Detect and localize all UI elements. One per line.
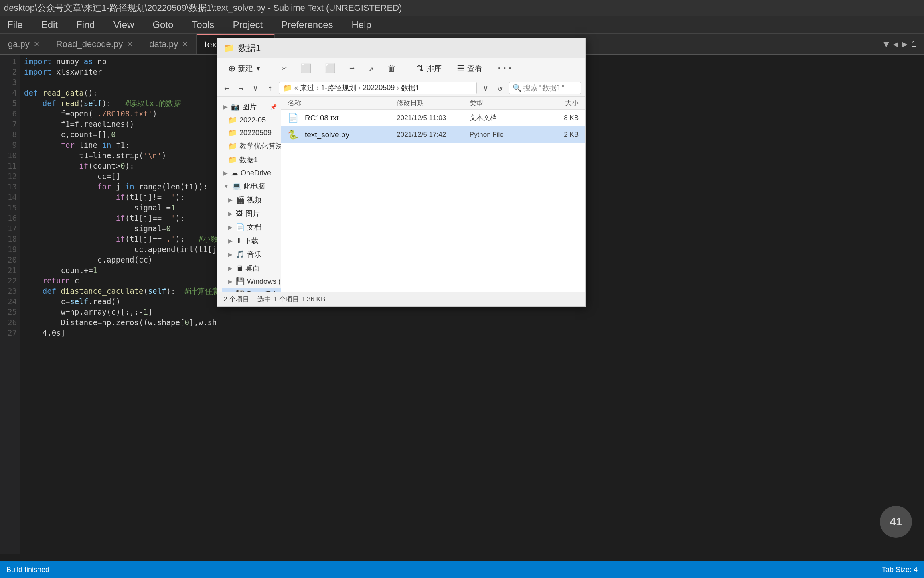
folder-icon: 📁	[228, 142, 237, 151]
nav-photos[interactable]: ▶ 📷 图片 📌	[217, 100, 281, 114]
explorer-status-bar: 2 个项目 选中 1 个项目 1.36 KB	[217, 292, 585, 306]
folder-icon: 📁	[283, 83, 292, 92]
refresh-button[interactable]: ↺	[494, 82, 506, 94]
nav-20220509-label: 20220509	[239, 129, 272, 137]
forward-button[interactable]: →	[235, 82, 247, 94]
path-dropdown-button[interactable]: ∨	[480, 82, 491, 94]
tab-data-py[interactable]: data.py ✕	[141, 34, 197, 54]
nav-pictures[interactable]: ▶ 🖼 图片	[222, 207, 281, 220]
tab-close-road[interactable]: ✕	[127, 40, 133, 49]
col-date-header[interactable]: 修改日期	[397, 98, 470, 108]
title-text: desktop\公众号文章\来过1-路径规划\20220509\数据1\text…	[4, 2, 402, 14]
move-button[interactable]: ➡	[345, 61, 359, 75]
dropdown-nav-button[interactable]: ∨	[250, 82, 261, 94]
address-path[interactable]: 📁 « 来过 › 1-路径规划 › 20220509 › 数据1	[279, 82, 477, 94]
tab-close-ga[interactable]: ✕	[34, 40, 40, 49]
video-icon: 🎬	[236, 195, 245, 204]
code-line: c.append(cc)	[24, 254, 213, 265]
nav-shuju1[interactable]: 📁 数据1	[222, 153, 281, 167]
new-button[interactable]: ⊕ 新建 ▼	[223, 61, 266, 76]
code-area[interactable]: import numpy as np import xlsxwriter def…	[20, 55, 217, 340]
tab-size: Tab Size: 4	[882, 566, 918, 574]
tab-prev-icon[interactable]: ◀	[893, 39, 898, 49]
toolbar-separator-2	[406, 63, 406, 74]
nav-thispc[interactable]: ▼ 💻 此电脑	[217, 179, 281, 193]
menu-view[interactable]: View	[110, 18, 138, 32]
path-1jingguihua: 1-路径规划	[321, 83, 356, 93]
explorer-toolbar: ⊕ 新建 ▼ ✂ ⬜ ⬜ ➡ ↗ 🗑 ⇅ 排序 ☰ 查看 ···	[217, 58, 585, 79]
file-size-rc108: 8 KB	[564, 114, 579, 122]
menu-project[interactable]: Project	[229, 18, 266, 32]
nav-data-d[interactable]: ▶ 💾 Data (D:)	[222, 288, 281, 292]
nav-desktop[interactable]: ▶ 🖥 桌面	[222, 261, 281, 275]
col-name-header[interactable]: 名称	[288, 98, 397, 108]
paste-button[interactable]: ⬜	[321, 61, 340, 75]
code-line: if(t1[j]==' '):	[24, 213, 213, 223]
new-dropdown-icon: ▼	[255, 65, 261, 72]
menu-goto[interactable]: Goto	[149, 18, 176, 32]
nav-downloads-label: 下载	[244, 236, 259, 246]
nav-arrow-icon: ▶	[228, 278, 233, 285]
copy-button[interactable]: ⬜	[296, 61, 315, 75]
search-box[interactable]: 🔍 搜索"数据1"	[509, 82, 581, 94]
cut-button[interactable]: ✂	[278, 61, 291, 75]
search-placeholder: 搜索"数据1"	[523, 83, 565, 93]
file-row-rc108[interactable]: 📄 RC108.txt 2021/12/5 11:03 文本文档 8 KB	[281, 110, 585, 126]
nav-jiaoxue[interactable]: 📁 教学优化算法	[222, 139, 281, 153]
nav-20220509[interactable]: 📁 20220509	[222, 126, 281, 139]
share-button[interactable]: ↗	[364, 61, 377, 75]
nav-videos[interactable]: ▶ 🎬 视频	[222, 193, 281, 207]
col-type-header[interactable]: 类型	[470, 98, 543, 108]
path-shuju1: 数据1	[401, 83, 419, 93]
up-button[interactable]: ↑	[264, 82, 276, 94]
menu-find[interactable]: Find	[73, 18, 98, 32]
file-type-rc108: 文本文档	[470, 114, 497, 122]
code-line: def read_data():	[24, 88, 213, 98]
code-line: c=self.read()	[24, 296, 213, 307]
tab-close-data[interactable]: ✕	[182, 40, 188, 49]
nav-shuju1-label: 数据1	[239, 155, 258, 165]
nav-onedrive[interactable]: ▶ ☁ OneDrive	[217, 167, 281, 179]
view-button[interactable]: ☰ 查看	[452, 61, 487, 76]
nav-music-label: 音乐	[247, 250, 261, 259]
title-bar: desktop\公众号文章\来过1-路径规划\20220509\数据1\text…	[0, 0, 924, 16]
menu-help[interactable]: Help	[348, 18, 374, 32]
nav-docs-label: 文档	[247, 222, 261, 232]
editor-area: 1 2 3 4 5 6 7 8 9 10 11 12 13 14 15 16 1…	[0, 55, 217, 554]
tab-label: Road_decode.py	[56, 39, 123, 49]
more-button[interactable]: ···	[493, 61, 517, 75]
pin-icon: 📌	[270, 104, 277, 110]
delete-button[interactable]: 🗑	[383, 61, 400, 75]
menu-preferences[interactable]: Preferences	[278, 18, 336, 32]
sort-button[interactable]: ⇅ 排序	[412, 61, 446, 76]
nav-downloads[interactable]: ▶ ⬇ 下载	[222, 234, 281, 248]
tab-ga-py[interactable]: ga.py ✕	[0, 34, 48, 54]
tab-road-decode[interactable]: Road_decode.py ✕	[48, 34, 141, 54]
nav-windows-c[interactable]: ▶ 💾 Windows (C:)	[222, 275, 281, 288]
nav-thispc-label: 此电脑	[243, 181, 265, 191]
line-numbers: 1 2 3 4 5 6 7 8 9 10 11 12 13 14 15 16 1…	[0, 55, 20, 554]
tab-dropdown-icon[interactable]: ▼	[883, 39, 889, 49]
menu-file[interactable]: File	[4, 18, 26, 32]
nav-windows-c-label: Windows (C:)	[247, 277, 281, 286]
back-button[interactable]: ←	[221, 82, 232, 94]
nav-docs[interactable]: ▶ 📄 文档	[222, 220, 281, 234]
code-line: signal+=1	[24, 202, 213, 213]
nav-arrow-icon: ▶	[223, 104, 228, 110]
file-row-text-solve[interactable]: 🐍 text_solve.py 2021/12/5 17:42 Python F…	[281, 126, 585, 143]
col-size-header[interactable]: 大小	[542, 98, 579, 108]
nav-arrow-icon: ▶	[228, 251, 233, 258]
code-line: t1=line.strip('\n')	[24, 150, 213, 161]
file-name-text-solve: text_solve.py	[305, 130, 349, 139]
explorer-title-text: 数据1	[238, 42, 261, 54]
nav-2022-05[interactable]: 📁 2022-05	[222, 114, 281, 126]
nav-pane: ▶ 📷 图片 📌 📁 2022-05 📁 20220509 📁 教学优化算法 📁…	[217, 97, 281, 292]
menu-edit[interactable]: Edit	[38, 18, 61, 32]
tab-controls: ▼ ◀ ▶ 1	[883, 39, 924, 49]
code-line: return c	[24, 275, 213, 286]
nav-music[interactable]: ▶ 🎵 音乐	[222, 248, 281, 261]
nav-arrow-icon: ▶	[228, 210, 233, 217]
tab-next-icon[interactable]: ▶	[902, 39, 908, 49]
code-line: f1=f.readlines()	[24, 119, 213, 129]
menu-tools[interactable]: Tools	[188, 18, 217, 32]
